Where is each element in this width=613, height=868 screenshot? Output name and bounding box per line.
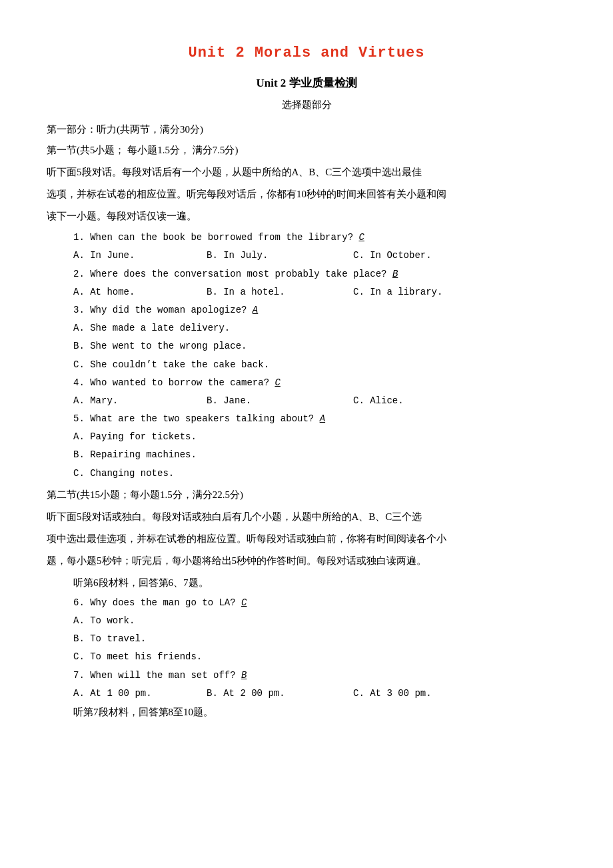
question-4-text: 4. Who wanted to borrow the camera? C [73,375,566,391]
section2-heading: 第二节(共15小题；每小题1.5分，满分22.5分) [47,486,566,504]
question-6-optionA: A. To work. [73,613,566,629]
instruction-line1: 听下面5段对话。每段对话后有一个小题，从题中所给的A、B、C三个选项中选出最佳 [47,163,566,181]
question-5-optionB: B. Repairing machines. [73,447,566,463]
question-3-optionB: B. She went to the wrong place. [73,338,566,355]
question-2-text: 2. Where does the conversation most prob… [73,266,566,283]
section2-instruction2: 项中选出最佳选项，并标在试卷的相应位置。听每段对话或独白前，你将有时间阅读各个小 [47,530,566,548]
instruction-line2: 选项，并标在试卷的相应位置。听完每段对话后，你都有10秒钟的时间来回答有关小题和… [47,185,566,203]
question-7-text: 7. When will the man set off? B [73,667,566,684]
question-5-text: 5. What are the two speakers talking abo… [73,411,566,427]
question-5: 5. What are the two speakers talking abo… [47,411,566,482]
main-title: Unit 2 Morals and Virtues [47,40,566,67]
question-5-optionA: A. Paying for tickets. [73,429,566,445]
material7-label: 听第7段材料，回答第8至10题。 [73,703,566,721]
question-7-options: A. At 1 00 pm. B. At 2 00 pm. C. At 3 00… [73,685,566,702]
question-1-text: 1. When can the book be borrowed from th… [73,229,566,246]
question-4: 4. Who wanted to borrow the camera? C A.… [47,375,566,409]
question-2: 2. Where does the conversation most prob… [47,266,566,301]
question-6-optionB: B. To travel. [73,631,566,647]
question-1-options: A. In June. B. In July. C. In October. [73,247,566,264]
section2-instruction3: 题，每小题5秒钟；听完后，每小题将给出5秒钟的作答时间。每段对话或独白读两遍。 [47,552,566,570]
question-3: 3. Why did the woman apologize? A A. She… [47,302,566,373]
material6-label: 听第6段材料，回答第6、7题。 [73,574,566,592]
instruction-line3: 读下一小题。每段对话仅读一遍。 [47,207,566,225]
question-4-options: A. Mary. B. Jane. C. Alice. [73,393,566,409]
question-2-options: A. At home. B. In a hotel. C. In a libra… [73,284,566,301]
question-5-optionC: C. Changing notes. [73,465,566,482]
question-7: 7. When will the man set off? B A. At 1 … [47,667,566,702]
question-1: 1. When can the book be borrowed from th… [47,229,566,264]
question-3-text: 3. Why did the woman apologize? A [73,302,566,319]
question-6-optionC: C. To meet his friends. [73,649,566,665]
question-3-optionA: A. She made a late delivery. [73,320,566,337]
question-3-optionC: C. She couldn’t take the cake back. [73,357,566,373]
section2-instruction1: 听下面5段对话或独白。每段对话或独白后有几个小题，从题中所给的A、B、C三个选 [47,508,566,526]
question-6-text: 6. Why does the man go to LA? C [73,595,566,611]
section1-heading: 第一节(共5小题； 每小题1.5分， 满分7.5分) [47,141,566,159]
part1-heading: 第一部分：听力(共两节，满分30分) [47,121,566,139]
sub-title: Unit 2 学业质量检测 [47,73,566,94]
section-center: 选择题部分 [47,96,566,114]
question-6: 6. Why does the man go to LA? C A. To wo… [47,595,566,666]
